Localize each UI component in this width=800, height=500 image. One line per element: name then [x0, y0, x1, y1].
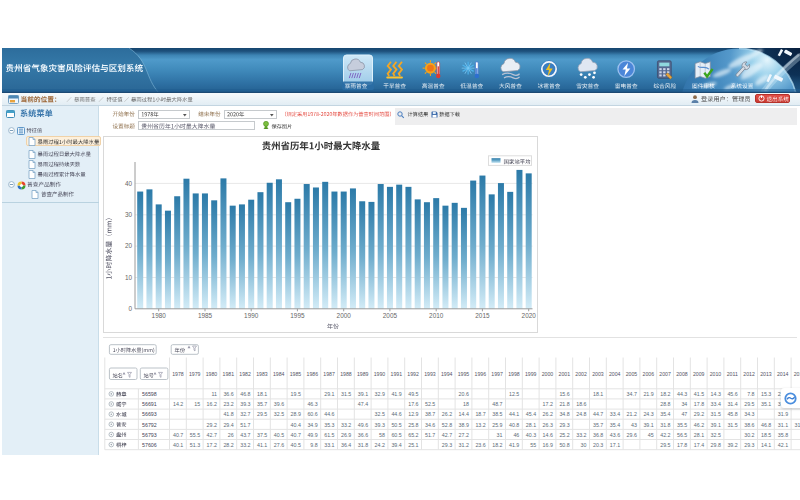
svg-text:29.3: 29.3: [744, 442, 754, 448]
svg-text:17.8: 17.8: [677, 442, 687, 448]
svg-text:30: 30: [125, 211, 133, 218]
svg-text:46.3: 46.3: [307, 401, 317, 407]
svg-text:39.1: 39.1: [711, 422, 721, 428]
svg-text:40.3: 40.3: [526, 432, 536, 438]
svg-text:25.2: 25.2: [559, 432, 569, 438]
svg-text:18.1: 18.1: [257, 391, 267, 397]
svg-text:28.8: 28.8: [660, 401, 670, 407]
svg-text:1981: 1981: [223, 371, 235, 377]
svg-text:25.9: 25.9: [492, 422, 502, 428]
svg-text:33.4: 33.4: [610, 411, 620, 417]
svg-text:2011: 2011: [727, 371, 738, 377]
svg-text:2009: 2009: [693, 371, 705, 377]
svg-text:9.8: 9.8: [310, 442, 317, 448]
svg-text:39.1: 39.1: [643, 422, 653, 428]
svg-text:18.2: 18.2: [492, 442, 502, 448]
svg-text:17.8: 17.8: [694, 401, 704, 407]
svg-text:31: 31: [497, 432, 503, 438]
svg-text:40.1: 40.1: [173, 442, 183, 448]
svg-text:49.6: 49.6: [358, 422, 368, 428]
svg-text:46.8: 46.8: [240, 391, 250, 397]
svg-text:36.4: 36.4: [341, 442, 351, 448]
svg-text:35.4: 35.4: [610, 422, 620, 428]
svg-text:52.8: 52.8: [442, 422, 452, 428]
svg-text:39.2: 39.2: [727, 442, 737, 448]
svg-text:1979: 1979: [189, 371, 201, 377]
svg-text:1984: 1984: [273, 371, 285, 377]
svg-text:1990: 1990: [244, 312, 259, 319]
svg-text:56691: 56691: [142, 401, 157, 407]
svg-text:2013: 2013: [760, 371, 772, 377]
svg-text:34.7: 34.7: [627, 391, 637, 397]
svg-text:18.1: 18.1: [593, 391, 603, 397]
svg-text:17.2: 17.2: [207, 442, 217, 448]
svg-text:56793: 56793: [142, 432, 157, 438]
svg-text:40.7: 40.7: [173, 432, 183, 438]
svg-text:21.9: 21.9: [643, 391, 653, 397]
svg-text:2004: 2004: [609, 371, 621, 377]
svg-text:31.5: 31.5: [727, 422, 737, 428]
svg-text:31.8: 31.8: [358, 442, 368, 448]
svg-text:40.7: 40.7: [291, 432, 301, 438]
svg-text:40.8: 40.8: [509, 422, 519, 428]
svg-text:40.5: 40.5: [291, 442, 301, 448]
svg-text:1980: 1980: [206, 371, 218, 377]
svg-text:60.6: 60.6: [307, 411, 317, 417]
svg-text:33.4: 33.4: [711, 401, 721, 407]
svg-text:41.1: 41.1: [257, 442, 267, 448]
svg-text:35.7: 35.7: [257, 401, 267, 407]
svg-text:33.2: 33.2: [576, 432, 586, 438]
svg-text:42.7: 42.7: [207, 432, 217, 438]
svg-text:33.1: 33.1: [324, 442, 334, 448]
svg-text:25.8: 25.8: [408, 422, 418, 428]
svg-text:26: 26: [228, 432, 234, 438]
svg-text:35.8: 35.8: [778, 432, 788, 438]
svg-text:7.8: 7.8: [747, 391, 754, 397]
svg-text:58: 58: [379, 432, 385, 438]
svg-text:42.2: 42.2: [660, 432, 670, 438]
svg-text:20.6: 20.6: [459, 391, 469, 397]
svg-text:14.2: 14.2: [173, 401, 183, 407]
svg-text:39.4: 39.4: [391, 442, 401, 448]
svg-text:46.8: 46.8: [761, 422, 771, 428]
svg-text:36.6: 36.6: [358, 432, 368, 438]
svg-text:35.7: 35.7: [593, 422, 603, 428]
svg-text:2015: 2015: [475, 312, 490, 319]
svg-text:26.2: 26.2: [442, 411, 452, 417]
svg-text:24.2: 24.2: [375, 442, 385, 448]
svg-text:18.2: 18.2: [660, 391, 670, 397]
svg-text:39.6: 39.6: [274, 401, 284, 407]
svg-text:18.7: 18.7: [475, 411, 485, 417]
svg-text:1992: 1992: [407, 371, 419, 377]
svg-text:14.4: 14.4: [459, 411, 469, 417]
svg-text:15.3: 15.3: [761, 391, 771, 397]
svg-text:23.2: 23.2: [223, 401, 233, 407]
svg-text:2007: 2007: [659, 371, 671, 377]
svg-text:41.9: 41.9: [509, 442, 519, 448]
svg-text:31.5: 31.5: [711, 411, 721, 417]
svg-text:42.1: 42.1: [778, 442, 788, 448]
svg-text:2010: 2010: [429, 312, 444, 319]
svg-text:38.5: 38.5: [492, 411, 502, 417]
svg-text:51.3: 51.3: [190, 442, 200, 448]
svg-text:2001: 2001: [559, 371, 571, 377]
svg-text:38.6: 38.6: [744, 422, 754, 428]
svg-text:39.1: 39.1: [358, 391, 368, 397]
svg-text:46.2: 46.2: [694, 422, 704, 428]
svg-text:50.8: 50.8: [559, 442, 569, 448]
svg-text:1995: 1995: [290, 312, 305, 319]
svg-text:24.3: 24.3: [643, 411, 653, 417]
svg-text:46: 46: [513, 432, 519, 438]
svg-text:2006: 2006: [643, 371, 655, 377]
svg-text:35.5: 35.5: [677, 422, 687, 428]
svg-text:15.6: 15.6: [559, 391, 569, 397]
svg-text:33.2: 33.2: [240, 442, 250, 448]
svg-text:41.8: 41.8: [223, 411, 233, 417]
svg-text:38.7: 38.7: [425, 411, 435, 417]
svg-text:34.3: 34.3: [744, 411, 754, 417]
svg-text:48.7: 48.7: [492, 401, 502, 407]
svg-text:29.5: 29.5: [257, 411, 267, 417]
svg-text:14.3: 14.3: [711, 391, 721, 397]
svg-text:1993: 1993: [424, 371, 436, 377]
svg-text:51.7: 51.7: [425, 432, 435, 438]
